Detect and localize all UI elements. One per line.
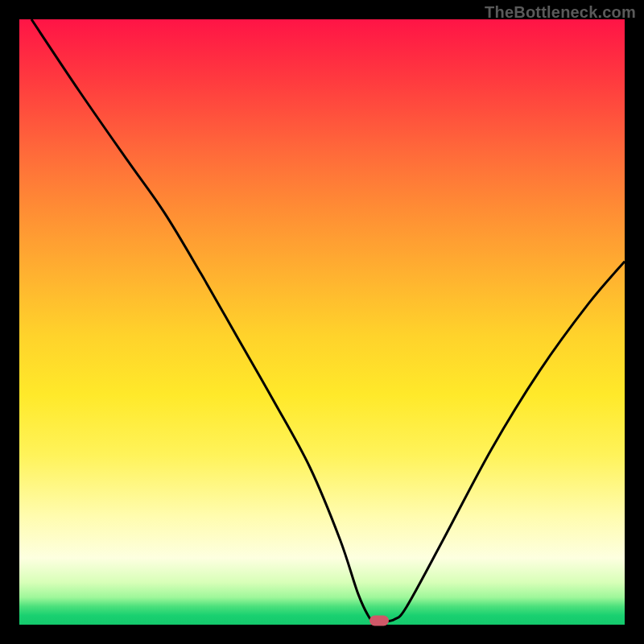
- bottleneck-curve: [19, 19, 625, 625]
- watermark-text: TheBottleneck.com: [485, 3, 636, 22]
- plot-area: [19, 19, 625, 625]
- optimum-marker: [369, 616, 389, 626]
- curve-path: [31, 19, 625, 622]
- chart-frame: TheBottleneck.com: [0, 0, 644, 644]
